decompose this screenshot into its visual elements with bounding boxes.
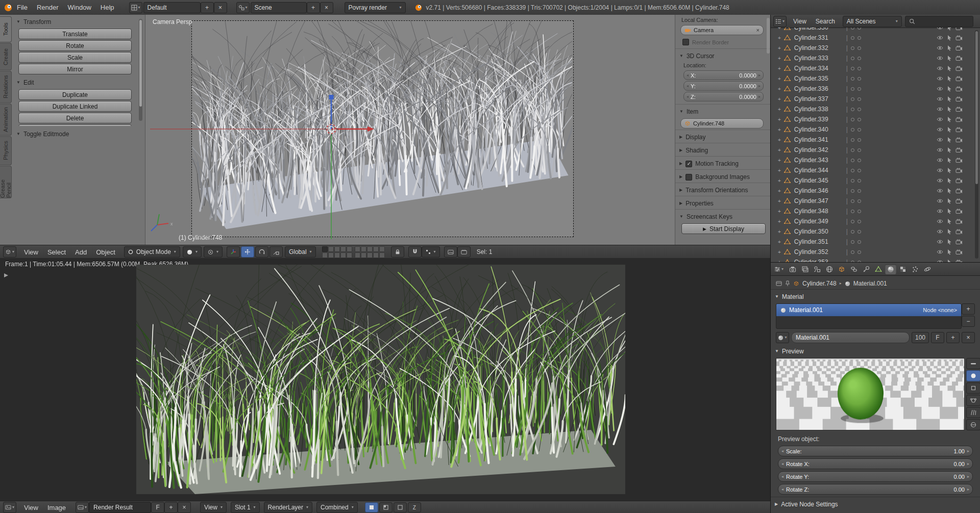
image-rgb-icon[interactable] xyxy=(365,502,378,512)
selectability-pointer-icon[interactable] xyxy=(947,188,952,194)
outliner-row[interactable]: +Cylinder.334| xyxy=(771,63,974,73)
outliner-item-name[interactable]: Cylinder.341 xyxy=(794,136,845,143)
layer-5[interactable] xyxy=(347,246,352,252)
outliner-item-name[interactable]: Cylinder.348 xyxy=(794,208,845,215)
tool-shelf-tab-tools[interactable]: Tools xyxy=(0,16,12,42)
image-browse-icon[interactable]: ▾ xyxy=(76,502,89,513)
mirror-button[interactable]: Mirror xyxy=(18,64,132,74)
outliner-filter-dropdown[interactable]: All Scenes▾ xyxy=(843,16,902,27)
renderability-camera-icon[interactable] xyxy=(955,239,963,245)
scale-button[interactable]: Scale xyxy=(18,52,132,63)
outliner-row[interactable]: +Cylinder.341| xyxy=(771,135,974,145)
outliner-item-name[interactable]: Cylinder.343 xyxy=(794,157,845,164)
outliner-item-name[interactable]: Cylinder.347 xyxy=(794,197,845,204)
expand-toggle-icon[interactable]: + xyxy=(778,249,781,255)
delete-scene-button[interactable]: × xyxy=(320,2,333,13)
expand-toggle-icon[interactable]: + xyxy=(778,239,781,245)
outliner-row[interactable]: +Cylinder.340| xyxy=(771,124,974,135)
outliner-item-name[interactable]: Cylinder.331 xyxy=(794,34,845,41)
expand-toggle-icon[interactable]: + xyxy=(778,137,781,143)
outliner-row[interactable]: +Cylinder.336| xyxy=(771,84,974,94)
duplicate-button[interactable]: Duplicate xyxy=(18,89,132,100)
outliner-item-name[interactable]: Cylinder.332 xyxy=(794,44,845,52)
visibility-eye-icon[interactable] xyxy=(937,56,943,61)
manipulator-scale-icon[interactable] xyxy=(270,246,283,258)
layer-11[interactable] xyxy=(355,246,360,252)
renderability-camera-icon[interactable] xyxy=(955,107,963,112)
outliner-row[interactable]: +Cylinder.348| xyxy=(771,206,974,216)
n-panel-scrollbar[interactable] xyxy=(767,18,770,54)
selectability-pointer-icon[interactable] xyxy=(947,198,952,204)
render-layer-dropdown[interactable]: RenderLayer▾ xyxy=(264,502,312,513)
outliner-item-name[interactable]: Cylinder.339 xyxy=(794,116,845,123)
visibility-eye-icon[interactable] xyxy=(937,168,943,173)
selectability-pointer-icon[interactable] xyxy=(947,177,952,184)
menu-search[interactable]: Search xyxy=(811,18,840,25)
remove-material-slot-button[interactable]: − xyxy=(962,316,975,327)
outliner-row[interactable]: +Cylinder.335| xyxy=(771,73,974,84)
outliner-search-input[interactable] xyxy=(905,16,973,27)
outliner-row[interactable]: +Cylinder.333| xyxy=(771,53,974,63)
menu-view[interactable]: View xyxy=(789,18,811,25)
layer-14[interactable] xyxy=(373,246,379,252)
selectability-pointer-icon[interactable] xyxy=(947,218,952,224)
clear-camera-icon[interactable]: × xyxy=(756,27,760,33)
outliner-row[interactable]: +Cylinder.345| xyxy=(771,175,974,186)
preview-hair-icon[interactable] xyxy=(966,407,980,418)
expand-toggle-icon[interactable]: + xyxy=(778,76,781,82)
renderability-camera-icon[interactable] xyxy=(955,219,963,224)
panel-header-display[interactable]: ▶Display xyxy=(675,130,771,143)
add-scene-button[interactable]: + xyxy=(307,2,320,13)
render-layers-icon[interactable] xyxy=(799,264,811,274)
expand-toggle-icon[interactable]: + xyxy=(778,28,781,31)
constraints-icon[interactable] xyxy=(848,264,860,274)
outliner-item-name[interactable]: Cylinder.346 xyxy=(794,187,845,194)
selectability-pointer-icon[interactable] xyxy=(947,96,952,102)
panel-header-transform-orientations[interactable]: ▶Transform Orientations xyxy=(675,183,771,196)
material-browse-icon[interactable]: ▾ xyxy=(776,332,789,343)
visibility-eye-icon[interactable] xyxy=(937,76,943,81)
selectability-pointer-icon[interactable] xyxy=(947,65,952,71)
expand-toggle-icon[interactable]: + xyxy=(778,219,781,224)
screen-layout-field[interactable]: Default xyxy=(143,2,201,13)
layer-15[interactable] xyxy=(379,246,385,252)
visibility-eye-icon[interactable] xyxy=(937,188,943,193)
expand-toggle-icon[interactable]: + xyxy=(778,117,781,122)
visibility-eye-icon[interactable] xyxy=(937,117,943,122)
expand-toggle-icon[interactable]: + xyxy=(778,66,781,71)
snap-magnet-icon[interactable] xyxy=(408,246,422,258)
outliner-item-name[interactable]: Cylinder.337 xyxy=(794,95,845,102)
expand-toggle-icon[interactable]: + xyxy=(778,198,781,204)
selectability-pointer-icon[interactable] xyxy=(947,137,952,143)
scene-icon[interactable] xyxy=(812,264,823,274)
add-screen-layout-button[interactable]: + xyxy=(201,2,214,13)
layer-16[interactable] xyxy=(355,252,360,258)
scene-field[interactable]: Scene xyxy=(251,2,307,13)
outliner-row[interactable]: +Cylinder.344| xyxy=(771,165,974,175)
menu-view[interactable]: View xyxy=(19,504,43,511)
renderability-camera-icon[interactable] xyxy=(955,45,963,51)
outliner-item-name[interactable]: Cylinder.340 xyxy=(794,126,845,133)
render-border-checkbox[interactable] xyxy=(682,39,689,45)
layers-group-1[interactable] xyxy=(322,246,352,258)
material-users-button[interactable]: 100 xyxy=(912,332,929,343)
decrement-icon[interactable]: ◂ xyxy=(781,488,783,492)
outliner-row[interactable]: +Cylinder.346| xyxy=(771,186,974,196)
renderability-camera-icon[interactable] xyxy=(955,178,963,184)
decrement-icon[interactable]: ◂ xyxy=(781,475,783,479)
image-editor[interactable]: Frame:1 | Time:01:05.44 | Mem:6506.57M (… xyxy=(0,258,771,501)
image-alpha-icon[interactable] xyxy=(394,502,407,512)
image-z-icon[interactable]: Z xyxy=(408,502,421,512)
active-node-settings-panel-header[interactable]: ▶Active Node Settings xyxy=(771,497,980,510)
outliner-row[interactable]: +Cylinder.339| xyxy=(771,114,974,124)
visibility-eye-icon[interactable] xyxy=(937,178,943,183)
cursor-y-field[interactable]: ◂ Y:0.0000 ▸ xyxy=(683,81,764,91)
world-icon[interactable] xyxy=(824,264,835,274)
visibility-eye-icon[interactable] xyxy=(937,198,943,203)
preview-world-icon[interactable] xyxy=(966,419,980,430)
renderability-camera-icon[interactable] xyxy=(955,198,963,204)
outliner-row[interactable]: +Cylinder.350| xyxy=(771,226,974,237)
increment-icon[interactable]: ▸ xyxy=(758,95,761,99)
selectability-pointer-icon[interactable] xyxy=(947,116,952,122)
rotate-x-slider[interactable]: ◂ Rotate X:0.00 ▸ xyxy=(778,458,973,469)
